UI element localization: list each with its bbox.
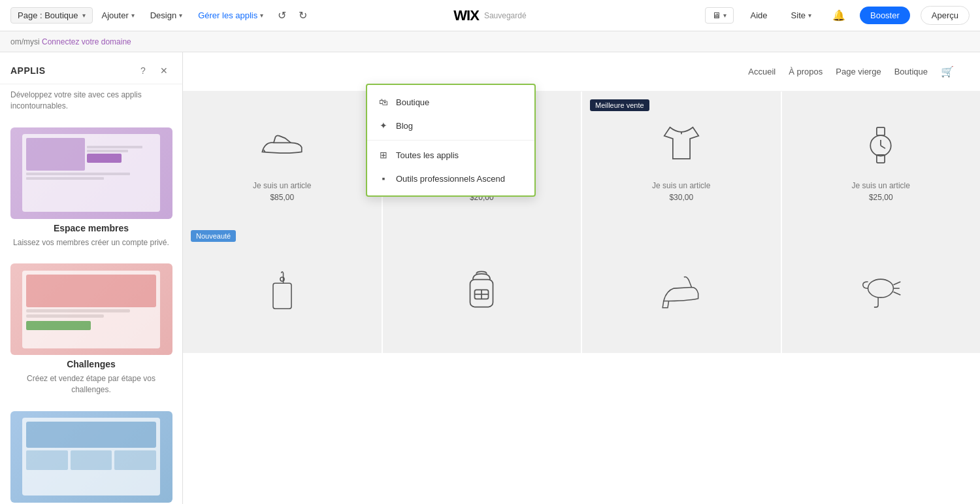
- challenges-line-1: [26, 309, 130, 312]
- site-button[interactable]: Site ▾: [785, 8, 818, 23]
- challenges-line-2: [26, 314, 104, 318]
- ajouter-chevron-icon: ▾: [131, 12, 135, 19]
- device-selector[interactable]: 🖥 ▾: [705, 7, 734, 24]
- espace-thumb-content: [10, 127, 172, 219]
- notifications-icon[interactable]: 🔔: [828, 5, 849, 26]
- device-chevron-icon: ▾: [723, 12, 727, 19]
- dropdown-outils-label: Outils professionnels Ascend: [396, 174, 505, 184]
- desktop-icon: 🖥: [712, 10, 721, 20]
- app-thumb-groupes: [10, 411, 172, 503]
- espace-line-2: [87, 150, 129, 152]
- espace-accent: [87, 154, 122, 163]
- page-label: Page : Boutique: [18, 10, 78, 20]
- site-chevron-icon: ▾: [808, 12, 811, 19]
- challenges-btn: [26, 321, 91, 330]
- espace-row: [26, 138, 156, 171]
- groupes-img: [26, 422, 156, 448]
- groupes-inner: [22, 418, 160, 496]
- dropdown-item-blog[interactable]: ✦ Blog: [367, 114, 534, 137]
- blog-icon: ✦: [378, 120, 389, 131]
- espace-thumb-inner: [22, 134, 160, 212]
- gerer-applis-button[interactable]: Gérer les applis ▾: [191, 8, 270, 23]
- help-icon[interactable]: ?: [135, 63, 151, 78]
- app-card-espace-membres[interactable]: Espace membres Laissez vos membres créer…: [0, 120, 182, 256]
- dropdown-toutes-label: Toutes les applis: [396, 150, 459, 160]
- challenges-desc: Créez et vendez étape par étape vos chal…: [10, 373, 172, 395]
- groupes-col-3: [114, 450, 156, 470]
- toolbar-center: WIX Sauvegardé: [453, 7, 526, 24]
- booster-button[interactable]: Booster: [860, 7, 910, 24]
- challenges-title: Challenges: [67, 359, 116, 369]
- boutique-icon: 🛍: [378, 97, 389, 107]
- groupes-col-1: [26, 450, 68, 470]
- toutes-applis-icon: ⊞: [378, 150, 389, 160]
- aide-button[interactable]: Aide: [744, 8, 774, 23]
- app-thumb-espace: [10, 127, 172, 219]
- challenges-thumb-content: [10, 263, 172, 355]
- dropdown-item-toutes[interactable]: ⊞ Toutes les applis: [367, 143, 534, 167]
- app-thumb-challenges: [10, 263, 172, 355]
- espace-line-4: [26, 177, 104, 180]
- dropdown-item-boutique[interactable]: 🛍 Boutique: [367, 90, 534, 114]
- challenges-img: [26, 275, 156, 307]
- site-nav-links: Accueil À propos Page vierge Boutique 🛒: [748, 65, 954, 78]
- sidebar: APPLIS ? ✕ Développez votre site avec ce…: [0, 52, 183, 504]
- undo-button[interactable]: ↺: [272, 7, 291, 25]
- challenges-inner: [22, 271, 160, 348]
- app-card-challenges[interactable]: Challenges Créez et vendez étape par éta…: [0, 256, 182, 403]
- dropdown-overlay: 🛍 Boutique ✦ Blog ⊞ Toutes les applis ▪ …: [183, 84, 980, 504]
- groupes-thumb-content: [10, 411, 172, 503]
- espace-line-3: [26, 173, 130, 175]
- espace-membres-title: Espace membres: [54, 223, 129, 233]
- groupes-col-2: [71, 450, 112, 470]
- nav-apropos[interactable]: À propos: [789, 67, 823, 76]
- gerer-chevron-icon: ▾: [260, 12, 263, 19]
- sidebar-icons: ? ✕: [135, 63, 172, 78]
- redo-button[interactable]: ↻: [293, 7, 312, 25]
- save-status: Sauvegardé: [484, 11, 527, 20]
- espace-membres-desc: Laissez vos membres créer un compte priv…: [13, 237, 169, 248]
- ajouter-button[interactable]: Ajouter ▾: [95, 8, 141, 23]
- dropdown-blog-label: Blog: [396, 121, 413, 131]
- espace-img: [26, 138, 84, 171]
- toolbar-left: Page : Boutique ▾ Ajouter ▾ Design ▾ Gér…: [10, 7, 705, 25]
- main-area: APPLIS ? ✕ Développez votre site avec ce…: [0, 52, 980, 504]
- nav-boutique[interactable]: Boutique: [894, 67, 928, 76]
- domain-url: om/mysi: [10, 37, 40, 46]
- connect-domain-link[interactable]: Connectez votre domaine: [42, 37, 131, 46]
- page-chevron-icon: ▾: [82, 12, 86, 19]
- espace-line-1: [87, 146, 142, 148]
- sidebar-description: Développez votre site avec ces applis in…: [0, 84, 182, 120]
- sidebar-header: APPLIS ? ✕: [0, 52, 182, 84]
- close-icon[interactable]: ✕: [156, 63, 172, 78]
- dropdown-menu: 🛍 Boutique ✦ Blog ⊞ Toutes les applis ▪ …: [366, 84, 536, 197]
- sidebar-title: APPLIS: [10, 65, 46, 76]
- toolbar: Page : Boutique ▾ Ajouter ▾ Design ▾ Gér…: [0, 0, 980, 31]
- design-chevron-icon: ▾: [179, 12, 182, 19]
- apercu-button[interactable]: Aperçu: [921, 6, 970, 25]
- nav-accueil[interactable]: Accueil: [748, 67, 776, 76]
- undo-redo-group: ↺ ↻: [272, 7, 312, 25]
- espace-right: [87, 138, 156, 171]
- groupes-row: [26, 450, 156, 470]
- app-card-groupes[interactable]: Groupes Créez une communauté pour les me…: [0, 403, 182, 504]
- dropdown-item-outils[interactable]: ▪ Outils professionnels Ascend: [367, 167, 534, 190]
- design-button[interactable]: Design ▾: [144, 8, 189, 23]
- wix-logo: WIX: [453, 7, 479, 24]
- toolbar-right: 🖥 ▾ Aide Site ▾ 🔔 Booster Aperçu: [705, 5, 970, 26]
- dropdown-divider: [367, 140, 534, 141]
- cart-icon[interactable]: 🛒: [941, 65, 954, 78]
- nav-page-vierge[interactable]: Page vierge: [836, 67, 881, 76]
- domain-bar: om/mysi Connectez votre domaine: [0, 31, 980, 52]
- outils-icon: ▪: [378, 173, 389, 184]
- dropdown-boutique-label: Boutique: [396, 97, 429, 107]
- page-selector[interactable]: Page : Boutique ▾: [10, 7, 93, 24]
- canvas: Accueil À propos Page vierge Boutique 🛒: [183, 52, 980, 504]
